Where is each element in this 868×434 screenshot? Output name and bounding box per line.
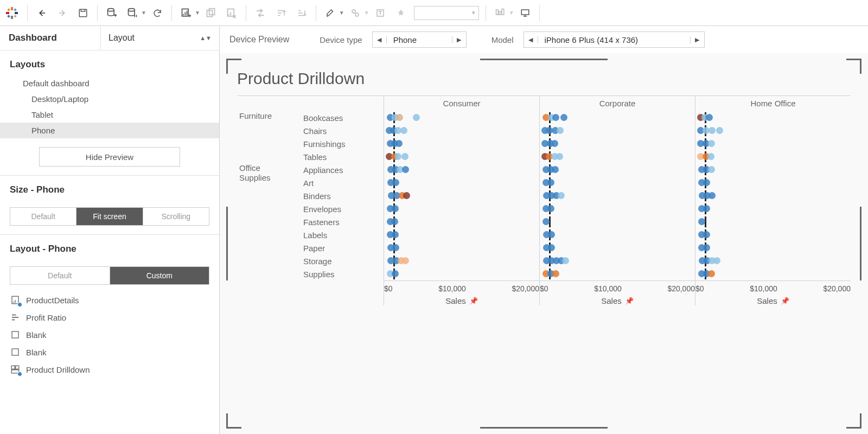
size-group-default[interactable]: Default <box>10 208 76 225</box>
data-point[interactable] <box>703 205 710 212</box>
device-type-value[interactable]: Phone <box>387 35 452 44</box>
data-point[interactable] <box>392 231 399 238</box>
x-axis: $0$10,000$20,000 <box>695 280 851 294</box>
layout-item[interactable]: Blank <box>0 326 219 343</box>
data-point[interactable] <box>562 257 569 264</box>
data-point[interactable] <box>551 140 558 147</box>
data-point[interactable] <box>547 179 554 186</box>
dropdown-caret-icon[interactable]: ▼ <box>339 10 344 16</box>
data-point[interactable] <box>707 153 714 160</box>
data-point[interactable] <box>547 205 554 212</box>
save-button[interactable] <box>73 3 93 23</box>
search-box[interactable]: ▼ <box>414 6 479 20</box>
data-point[interactable] <box>716 127 723 134</box>
data-point[interactable] <box>402 257 409 264</box>
data-point[interactable] <box>396 114 403 121</box>
data-point[interactable] <box>713 257 720 264</box>
data-point[interactable] <box>552 114 559 121</box>
data-point[interactable] <box>548 244 555 251</box>
device-type-label: Device type <box>320 35 362 44</box>
size-group-scrolling[interactable]: Scrolling <box>143 208 209 225</box>
layout-group-custom[interactable]: Custom <box>110 267 209 284</box>
chart-row <box>384 228 539 241</box>
data-point[interactable] <box>392 205 399 212</box>
data-point[interactable] <box>709 192 716 199</box>
data-point[interactable] <box>703 231 710 238</box>
datasource-add-icon[interactable] <box>102 3 122 23</box>
data-point[interactable] <box>703 244 710 251</box>
preview-canvas: Product Drilldown FurnitureOfficeSupplie… <box>226 59 861 429</box>
svg-rect-6 <box>7 15 10 18</box>
layout-item[interactable]: Blank <box>0 343 219 361</box>
layout-item[interactable]: ProductDetails <box>0 291 219 309</box>
data-point[interactable] <box>402 166 409 173</box>
dashboard-title: Product Drilldown <box>237 69 851 88</box>
svg-rect-8 <box>79 9 87 17</box>
data-point[interactable] <box>542 218 550 225</box>
device-model-next-button[interactable]: ▶ <box>690 36 704 43</box>
data-point[interactable] <box>708 140 715 147</box>
svg-rect-4 <box>7 8 10 11</box>
data-point[interactable] <box>557 127 564 134</box>
data-point[interactable] <box>558 192 565 199</box>
data-point[interactable] <box>556 153 563 160</box>
device-model-value[interactable]: iPhone 6 Plus (414 x 736) <box>538 35 690 44</box>
data-point[interactable] <box>703 179 710 186</box>
device-model-prev-button[interactable]: ◀ <box>524 36 538 43</box>
data-point[interactable] <box>401 153 409 160</box>
data-point[interactable] <box>560 114 567 121</box>
data-point[interactable] <box>395 140 403 147</box>
pin-icon[interactable]: 📌 <box>469 297 478 305</box>
forward-button[interactable] <box>53 3 72 23</box>
data-point[interactable] <box>413 114 420 121</box>
segment-header: Home Office <box>695 96 851 111</box>
pin-icon[interactable]: 📌 <box>781 297 789 305</box>
data-point[interactable] <box>392 179 399 186</box>
subcategory-label: Paper <box>302 241 384 254</box>
data-point[interactable] <box>400 127 407 134</box>
dropdown-caret-icon[interactable]: ▼ <box>195 10 200 16</box>
svg-rect-23 <box>12 331 18 338</box>
new-worksheet-icon[interactable] <box>176 3 196 23</box>
data-point[interactable] <box>548 231 555 238</box>
refresh-icon[interactable] <box>148 3 167 23</box>
dropdown-caret-icon[interactable]: ▼ <box>141 10 146 16</box>
data-point[interactable] <box>552 166 559 173</box>
svg-rect-13 <box>209 8 214 15</box>
datasource-pause-icon[interactable] <box>123 3 142 23</box>
size-group-fitscreen[interactable]: Fit screen <box>76 208 143 225</box>
layout-item[interactable]: Product Drilldown <box>0 361 219 378</box>
tree-item-phone[interactable]: Phone <box>0 123 219 138</box>
data-point[interactable] <box>391 218 398 225</box>
tree-item-default[interactable]: Default dashboard <box>0 75 219 91</box>
layout-item-label: Blank <box>26 330 47 340</box>
highlight-icon[interactable] <box>321 3 340 23</box>
chart-row <box>695 189 851 202</box>
text-label-icon <box>371 3 390 23</box>
chart-row <box>695 241 851 254</box>
device-preview-bar: Device Preview Device type ◀ Phone ▶ Mod… <box>220 26 868 53</box>
device-type-prev-button[interactable]: ◀ <box>373 36 387 43</box>
data-point[interactable] <box>552 270 559 277</box>
data-point[interactable] <box>708 166 715 173</box>
data-point[interactable] <box>392 244 399 251</box>
data-point[interactable] <box>709 127 716 134</box>
data-point[interactable] <box>698 218 705 225</box>
pin-icon[interactable]: 📌 <box>625 297 634 305</box>
data-point[interactable] <box>706 114 713 121</box>
chart-row <box>384 137 539 150</box>
tree-item-tablet[interactable]: Tablet <box>0 107 219 123</box>
data-point[interactable] <box>403 192 410 199</box>
data-point[interactable] <box>708 270 715 277</box>
presentation-icon[interactable] <box>515 3 535 23</box>
device-type-next-button[interactable]: ▶ <box>452 36 466 43</box>
back-button[interactable] <box>32 3 52 23</box>
tree-item-desktoplaptop[interactable]: Desktop/Laptop <box>0 91 219 107</box>
hide-preview-button[interactable]: Hide Preview <box>39 147 180 167</box>
data-point[interactable] <box>392 270 399 277</box>
sidebar-tab-select[interactable]: Layout ▲▼ <box>100 27 219 49</box>
data-point[interactable] <box>394 153 401 160</box>
subcategory-label: Labels <box>302 228 384 241</box>
layout-item[interactable]: Profit Ratio <box>0 309 219 326</box>
layout-group-default[interactable]: Default <box>10 267 110 284</box>
